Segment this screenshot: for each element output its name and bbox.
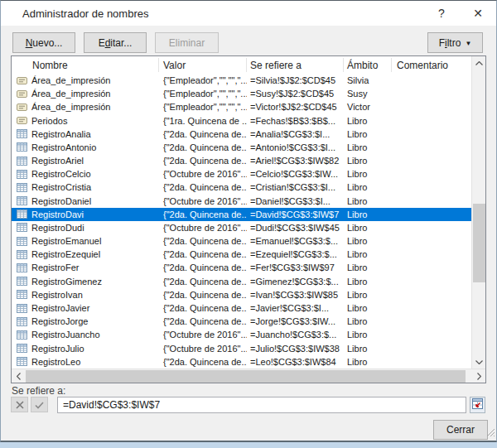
refers-cell: =Analia!$CG$3:$I... <box>247 129 344 139</box>
help-button[interactable]: ? <box>423 1 460 26</box>
value-cell: {"2da. Quincena de... <box>159 210 247 219</box>
refers-cell: =Silvia!$J$2:$CD$45 <box>247 75 344 85</box>
table-icon <box>17 157 28 166</box>
table-row[interactable]: RegistroJavier{"2da. Quincena de...=Javi… <box>12 301 471 315</box>
refers-to-input[interactable] <box>57 397 466 413</box>
dropdown-arrow-icon: ▼ <box>465 40 471 47</box>
scope-cell: Libro <box>344 182 392 192</box>
refers-to-label: Se refiere a: <box>12 385 65 397</box>
scope-cell: Libro <box>344 277 392 287</box>
table-row[interactable]: RegistroJuancho{"Octubre de 2016"...=Jua… <box>12 328 471 341</box>
scroll-left-icon[interactable] <box>12 369 25 383</box>
table-row[interactable]: Área_de_impresión{"Empleador","","","...… <box>12 100 471 113</box>
name-text: RegistroIvan <box>31 290 83 300</box>
name-text: RegistroJulio <box>31 344 84 354</box>
table-row[interactable]: RegistroJorge{"2da. Quincena de...=Jorge… <box>12 315 471 328</box>
name-text: Área_de_impresión <box>31 102 110 112</box>
vertical-scroll-thumb[interactable] <box>473 204 485 282</box>
table-row[interactable]: RegistroEmanuel{"2da. Quincena de...=Ema… <box>12 234 471 248</box>
value-cell: {"Octubre de 2016"... <box>159 169 247 179</box>
scroll-down-icon[interactable] <box>472 355 486 369</box>
scroll-right-icon[interactable] <box>472 369 485 383</box>
value-cell: {"2da. Quincena de... <box>159 357 247 367</box>
edit-button[interactable]: Editar... <box>84 32 147 53</box>
name-cell: RegistroJorge <box>12 316 159 326</box>
close-icon: ✕ <box>473 7 483 20</box>
value-cell: {"Octubre de 2016"... <box>159 223 247 233</box>
table-rows: Área_de_impresión{"Empleador","","","...… <box>12 74 471 369</box>
table-icon <box>17 290 28 299</box>
value-cell: {"2da. Quincena de... <box>159 303 247 313</box>
table-row[interactable]: Área_de_impresión{"Empleador","","","...… <box>12 87 471 100</box>
table-row[interactable]: RegistroAnalia{"2da. Quincena de...=Anal… <box>12 128 471 141</box>
table-icon <box>17 250 28 259</box>
column-header[interactable]: Ámbito <box>344 58 392 72</box>
scope-cell: Libro <box>344 210 392 219</box>
value-cell: {"Octubre de 2016"... <box>159 344 247 354</box>
collapse-dialog-button[interactable] <box>470 397 485 413</box>
name-cell: RegistroCelcio <box>12 169 159 179</box>
name-cell: Área_de_impresión <box>12 89 159 99</box>
vertical-scrollbar[interactable] <box>471 56 485 369</box>
table-row[interactable]: Área_de_impresión{"Empleador","","","...… <box>12 74 471 87</box>
table-row[interactable]: RegistroAntonio{"2da. Quincena de...=Ant… <box>12 141 471 154</box>
refers-cell: =Cristian!$CG$3:$I... <box>247 182 344 192</box>
table-row[interactable]: RegistroEzequiel{"2da. Quincena de...=Ez… <box>12 248 471 261</box>
scope-cell: Victor <box>344 102 392 112</box>
table-icon <box>17 210 28 219</box>
table-row[interactable]: RegistroCelcio{"Octubre de 2016"...=Celc… <box>12 167 471 181</box>
scope-cell: Libro <box>344 249 392 259</box>
table-row[interactable]: RegistroLeo{"2da. Quincena de...=Leo!$CG… <box>12 355 471 369</box>
close-dialog-button[interactable]: Cerrar <box>433 420 488 440</box>
table-row[interactable]: RegistroDudi{"Octubre de 2016"...=Dudi!$… <box>12 221 471 234</box>
column-header[interactable]: Comentario <box>392 58 471 72</box>
horizontal-scroll-thumb[interactable] <box>26 370 466 383</box>
column-header[interactable]: Se refiere a <box>247 58 344 72</box>
table-row[interactable]: RegistroGimenez{"2da. Quincena de...=Gim… <box>12 275 471 288</box>
value-cell: {"2da. Quincena de... <box>159 236 247 246</box>
name-text: RegistroCristia <box>31 182 91 192</box>
value-cell: {"2da. Quincena de... <box>159 249 247 259</box>
scope-cell: Libro <box>344 142 392 152</box>
defined-name-icon <box>17 103 28 112</box>
scroll-up-icon[interactable] <box>472 56 486 70</box>
column-header[interactable]: Valor <box>159 58 247 72</box>
value-cell: {"Empleador","","","... <box>159 75 247 85</box>
name-text: RegistroLeo <box>31 357 80 367</box>
delete-button: Eliminar <box>155 32 219 53</box>
refers-cell: =Juancho!$CG$3:$... <box>247 330 344 340</box>
table-icon <box>17 129 28 138</box>
refers-cell: =Ezequiel!$CG$3:$... <box>247 249 344 259</box>
scope-cell: Libro <box>344 330 392 340</box>
refers-cell: =Victor!$J$2:$CD$45 <box>247 102 344 112</box>
table-icon <box>17 330 28 340</box>
new-button[interactable]: Nuevo... <box>12 32 75 53</box>
name-text: RegistroAnalia <box>31 129 91 139</box>
name-text: Área_de_impresión <box>31 89 110 99</box>
close-window-button[interactable]: ✕ <box>460 1 496 26</box>
table-row[interactable]: RegistroCristia{"2da. Quincena de...=Cri… <box>12 181 471 194</box>
resize-grip-icon[interactable] <box>485 425 495 440</box>
table-row[interactable]: Periodos{"1ra. Quincena de ...=Fechas!$B… <box>12 114 471 128</box>
table-row[interactable]: RegistroAriel{"2da. Quincena de...=Ariel… <box>12 154 471 167</box>
name-text: RegistroEzequiel <box>31 249 100 259</box>
filter-button[interactable]: Filtro▼ <box>427 32 483 53</box>
name-cell: RegistroJuancho <box>12 330 159 340</box>
title-bar: Administrador de nombres ? ✕ <box>1 1 496 26</box>
scope-cell: Libro <box>344 116 392 126</box>
name-cell: RegistroIvan <box>12 290 159 300</box>
table-row[interactable]: RegistroFer{"2da. Quincena de...=Fer!$CG… <box>12 261 471 274</box>
table-row[interactable]: RegistroDavi{"2da. Quincena de...=David!… <box>12 208 471 221</box>
cancel-formula-button <box>11 397 28 412</box>
column-header[interactable]: Nombre <box>12 58 159 72</box>
scope-cell: Libro <box>344 236 392 246</box>
table-row[interactable]: RegistroJulio{"Octubre de 2016"...=Julio… <box>12 341 471 354</box>
table-row[interactable]: RegistroDaniel{"Octubre de 2016"...=Dani… <box>12 195 471 208</box>
defined-name-icon <box>17 89 28 99</box>
table-row[interactable]: RegistroIvan{"2da. Quincena de...=Ivan!$… <box>12 288 471 301</box>
scope-cell: Susy <box>344 89 392 99</box>
table-icon <box>17 344 28 353</box>
name-cell: RegistroLeo <box>12 357 159 367</box>
horizontal-scrollbar[interactable] <box>12 369 485 383</box>
name-cell: RegistroAnalia <box>12 129 159 139</box>
